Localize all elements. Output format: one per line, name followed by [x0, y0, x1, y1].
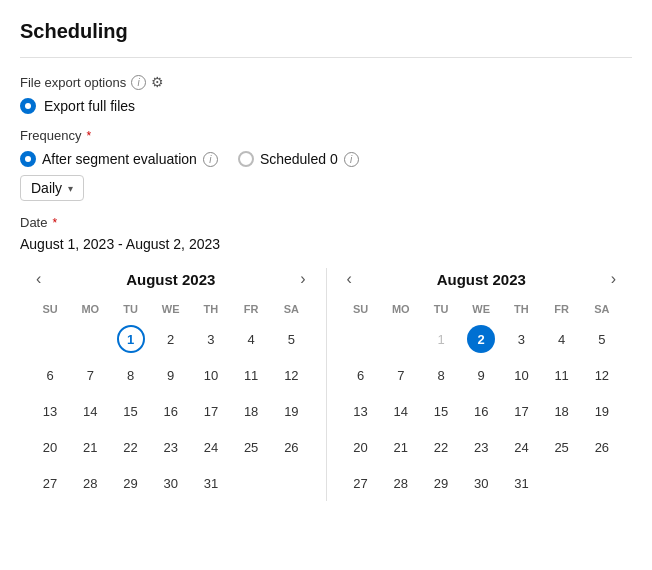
table-row[interactable]: 21	[70, 429, 110, 465]
table-row	[271, 465, 311, 501]
table-row[interactable]: 11	[542, 357, 582, 393]
table-row[interactable]: 28	[70, 465, 110, 501]
table-row[interactable]: 22	[110, 429, 150, 465]
table-row[interactable]: 25	[231, 429, 271, 465]
table-row[interactable]: 14	[381, 393, 421, 429]
table-row[interactable]: 7	[70, 357, 110, 393]
table-row[interactable]: 3	[191, 321, 231, 357]
table-row[interactable]: 23	[461, 429, 501, 465]
table-row[interactable]: 21	[381, 429, 421, 465]
date-section: Date * August 1, 2023 - August 2, 2023	[20, 215, 632, 252]
table-row[interactable]: 1	[110, 321, 150, 357]
table-row[interactable]: 18	[231, 393, 271, 429]
table-row[interactable]: 9	[151, 357, 191, 393]
table-row[interactable]: 2	[151, 321, 191, 357]
table-row[interactable]: 1	[421, 321, 461, 357]
table-row[interactable]: 29	[421, 465, 461, 501]
table-row[interactable]: 23	[151, 429, 191, 465]
table-row[interactable]: 8	[110, 357, 150, 393]
table-row[interactable]: 4	[231, 321, 271, 357]
table-row[interactable]: 19	[582, 393, 622, 429]
table-row[interactable]: 26	[582, 429, 622, 465]
table-row[interactable]: 15	[110, 393, 150, 429]
table-row[interactable]: 6	[30, 357, 70, 393]
left-calendar-next-button[interactable]: ›	[294, 268, 311, 290]
table-row[interactable]: 24	[501, 429, 541, 465]
table-row[interactable]: 28	[381, 465, 421, 501]
table-row[interactable]: 12	[271, 357, 311, 393]
right-cal-header-we: WE	[461, 300, 501, 321]
table-row[interactable]: 10	[501, 357, 541, 393]
table-row	[70, 321, 110, 357]
right-calendar-prev-button[interactable]: ‹	[341, 268, 358, 290]
table-row[interactable]: 31	[191, 465, 231, 501]
scheduling-card: Scheduling File export options i ⚙ Expor…	[0, 0, 652, 570]
table-row[interactable]: 31	[501, 465, 541, 501]
export-full-files-radio[interactable]	[20, 98, 36, 114]
frequency-label: Frequency	[20, 128, 81, 143]
table-row[interactable]: 11	[231, 357, 271, 393]
table-row[interactable]: 20	[30, 429, 70, 465]
title-divider	[20, 57, 632, 58]
gear-icon[interactable]: ⚙	[151, 74, 164, 90]
table-row[interactable]: 9	[461, 357, 501, 393]
scheduled-option[interactable]: Scheduled 0 i	[238, 151, 359, 167]
table-row[interactable]: 7	[381, 357, 421, 393]
table-row[interactable]: 25	[542, 429, 582, 465]
table-row	[341, 321, 381, 357]
left-calendar-prev-button[interactable]: ‹	[30, 268, 47, 290]
table-row[interactable]: 29	[110, 465, 150, 501]
table-row[interactable]: 5	[582, 321, 622, 357]
table-row[interactable]: 17	[501, 393, 541, 429]
table-row[interactable]: 2	[461, 321, 501, 357]
date-required-star: *	[52, 216, 57, 230]
table-row[interactable]: 5	[271, 321, 311, 357]
date-label: Date	[20, 215, 47, 230]
table-row[interactable]: 6	[341, 357, 381, 393]
daily-dropdown[interactable]: Daily ▾	[20, 175, 84, 201]
table-row[interactable]: 19	[271, 393, 311, 429]
table-row	[542, 465, 582, 501]
right-calendar: ‹ August 2023 › SU MO TU WE TH FR SA	[331, 268, 633, 501]
table-row[interactable]: 8	[421, 357, 461, 393]
right-cal-header-tu: TU	[421, 300, 461, 321]
table-row[interactable]: 12	[582, 357, 622, 393]
export-full-files-label: Export full files	[44, 98, 135, 114]
table-row[interactable]: 24	[191, 429, 231, 465]
table-row[interactable]: 14	[70, 393, 110, 429]
table-row[interactable]: 27	[30, 465, 70, 501]
table-row[interactable]: 30	[151, 465, 191, 501]
table-row[interactable]: 16	[151, 393, 191, 429]
table-row[interactable]: 26	[271, 429, 311, 465]
table-row[interactable]: 22	[421, 429, 461, 465]
right-cal-header-su: SU	[341, 300, 381, 321]
table-row[interactable]: 15	[421, 393, 461, 429]
left-calendar: ‹ August 2023 › SU MO TU WE TH FR SA	[20, 268, 322, 501]
table-row[interactable]: 10	[191, 357, 231, 393]
right-cal-header-fr: FR	[542, 300, 582, 321]
table-row[interactable]: 30	[461, 465, 501, 501]
table-row[interactable]: 3	[501, 321, 541, 357]
left-cal-header-we: WE	[151, 300, 191, 321]
table-row	[231, 465, 271, 501]
table-row[interactable]: 27	[341, 465, 381, 501]
table-row[interactable]: 13	[341, 393, 381, 429]
table-row[interactable]: 13	[30, 393, 70, 429]
left-cal-header-tu: TU	[110, 300, 150, 321]
table-row[interactable]: 20	[341, 429, 381, 465]
table-row[interactable]: 18	[542, 393, 582, 429]
table-row[interactable]: 16	[461, 393, 501, 429]
after-segment-radio[interactable]	[20, 151, 36, 167]
scheduled-info-icon[interactable]: i	[344, 152, 359, 167]
right-calendar-month-year: August 2023	[437, 271, 526, 288]
file-export-info-icon[interactable]: i	[131, 75, 146, 90]
table-row[interactable]: 17	[191, 393, 231, 429]
table-row[interactable]: 4	[542, 321, 582, 357]
after-segment-option[interactable]: After segment evaluation i	[20, 151, 218, 167]
scheduled-radio[interactable]	[238, 151, 254, 167]
table-row	[582, 465, 622, 501]
frequency-options-row: After segment evaluation i Scheduled 0 i	[20, 151, 632, 167]
left-cal-header-su: SU	[30, 300, 70, 321]
right-calendar-next-button[interactable]: ›	[605, 268, 622, 290]
after-segment-info-icon[interactable]: i	[203, 152, 218, 167]
